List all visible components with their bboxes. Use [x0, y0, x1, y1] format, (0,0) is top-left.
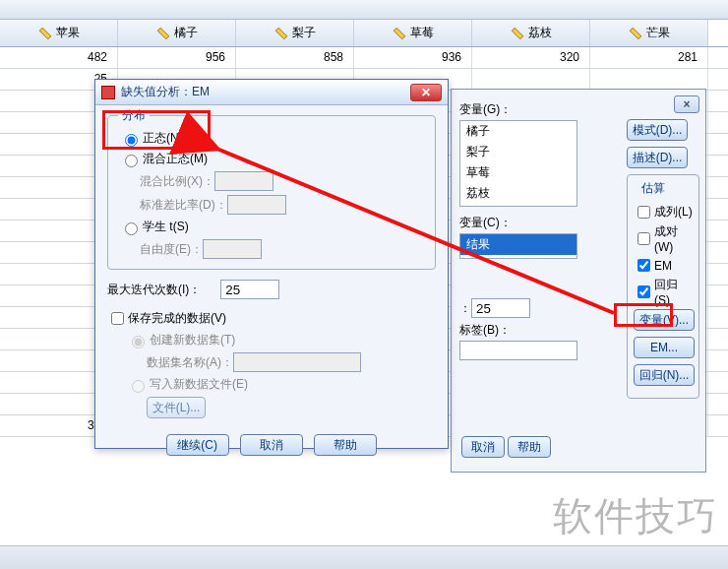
cell[interactable]: 858 — [236, 47, 354, 68]
num-input[interactable] — [471, 298, 530, 318]
missing-values-panel: × 变量(G)： 橘子梨子草莓荔枝芒果 模式(D)... 描述(D)... 估算… — [451, 89, 706, 473]
column-header[interactable]: 草莓 — [354, 20, 472, 46]
column-label: 荔枝 — [528, 25, 552, 41]
column-label: 苹果 — [56, 25, 80, 41]
help-button[interactable]: 帮助 — [314, 434, 377, 456]
svg-rect-1 — [157, 28, 168, 38]
std-ratio-input — [227, 195, 286, 215]
mixed-ratio-input — [214, 171, 273, 191]
panel-close-button[interactable]: × — [674, 95, 699, 113]
list-item[interactable]: 芒果 — [460, 204, 576, 207]
estimate-group-title: 估算 — [637, 180, 669, 197]
write-file-radio: 写入新数据文件(E) — [127, 376, 436, 393]
svg-rect-5 — [630, 28, 640, 38]
regression-button[interactable]: 回归(N)... — [634, 364, 695, 386]
pairwise-checkbox[interactable]: 成对(W) — [634, 223, 693, 254]
max-iter-input[interactable] — [220, 280, 279, 299]
variables-button[interactable]: 变量(V)... — [634, 309, 695, 331]
num-label: ： — [459, 300, 471, 317]
dialog-title: 缺失值分析：EM — [121, 84, 210, 100]
regression-checkbox[interactable]: 回归(S) — [634, 277, 693, 307]
list-item[interactable]: 梨子 — [460, 142, 576, 162]
mode-button[interactable]: 模式(D)... — [627, 119, 688, 141]
student-t-radio[interactable]: 学生 t(S) — [120, 219, 423, 235]
status-bar — [0, 545, 728, 569]
panel-help-button[interactable]: 帮助 — [508, 436, 551, 458]
dialog-icon — [101, 86, 115, 99]
tag-input[interactable] — [459, 341, 577, 360]
save-data-checkbox[interactable]: 保存完成的数据(V) — [107, 309, 436, 328]
list-item[interactable]: 橘子 — [460, 121, 576, 142]
scale-icon — [153, 24, 173, 43]
column-header[interactable]: 芒果 — [590, 20, 708, 46]
dataset-name-input — [233, 352, 361, 372]
variables-listbox[interactable]: 橘子梨子草莓荔枝芒果 — [459, 120, 577, 207]
column-label: 芒果 — [646, 25, 670, 41]
var-g-label: 变量(G)： — [459, 101, 698, 118]
column-headers: 苹果 橘子 梨子 草莓 荔枝 芒果 — [0, 20, 728, 47]
std-ratio-row: 标准差比率(D)： — [140, 195, 423, 215]
table-row: 482956858936320281 — [0, 47, 728, 69]
cell[interactable] — [472, 69, 590, 90]
distribution-group: 分布 正态(N) 混合正态(M) 混合比例(X)： 标准差比率(D)： 学生 t… — [107, 115, 436, 270]
selected-var-c[interactable]: 结果 — [460, 234, 576, 255]
cell[interactable]: 956 — [118, 47, 236, 68]
var-c-listbox[interactable]: 结果 — [459, 233, 577, 259]
column-header[interactable]: 苹果 — [0, 20, 118, 46]
describe-button[interactable]: 描述(D)... — [627, 147, 688, 168]
cancel-button[interactable]: 取消 — [240, 434, 303, 456]
dataset-name-row: 数据集名称(A)： — [147, 352, 436, 372]
cell[interactable]: 482 — [0, 47, 118, 68]
svg-rect-4 — [512, 28, 522, 38]
max-iter-label: 最大迭代次数(I)： — [107, 282, 201, 298]
scale-icon — [35, 24, 55, 43]
cell[interactable]: 936 — [354, 47, 472, 68]
column-header[interactable]: 荔枝 — [472, 20, 590, 46]
scale-icon — [390, 24, 409, 43]
cell[interactable]: 320 — [472, 47, 590, 68]
cell[interactable] — [590, 69, 708, 90]
create-dataset-radio: 创建新数据集(T) — [127, 332, 436, 348]
dof-row: 自由度(E)： — [140, 239, 423, 259]
column-label: 橘子 — [174, 25, 198, 41]
cell[interactable]: 281 — [590, 47, 708, 68]
close-icon[interactable]: ✕ — [410, 84, 442, 101]
svg-rect-0 — [39, 28, 50, 38]
mixed-ratio-row: 混合比例(X)： — [140, 171, 423, 191]
listwise-checkbox[interactable]: 成列(L) — [634, 203, 693, 221]
distribution-legend: 分布 — [118, 107, 150, 124]
list-item[interactable]: 荔枝 — [460, 183, 576, 204]
em-checkbox[interactable]: EM — [634, 256, 693, 275]
dialog-titlebar[interactable]: 缺失值分析：EM ✕ — [95, 80, 448, 105]
column-header[interactable]: 橘子 — [118, 20, 236, 46]
scale-icon — [508, 24, 527, 43]
em-button[interactable]: EM... — [634, 337, 695, 358]
column-label: 梨子 — [292, 25, 316, 41]
scale-icon — [272, 24, 291, 43]
column-label: 草莓 — [410, 25, 434, 41]
mixed-normal-radio[interactable]: 混合正态(M) — [120, 151, 423, 167]
dof-input — [203, 239, 262, 259]
app-toolbar — [0, 0, 728, 20]
continue-button[interactable]: 继续(C) — [166, 434, 229, 456]
scale-icon — [626, 24, 645, 43]
normal-radio[interactable]: 正态(N) — [120, 130, 423, 147]
file-button: 文件(L)... — [147, 397, 206, 418]
watermark: 软件技巧 — [553, 489, 718, 543]
list-item[interactable]: 草莓 — [460, 162, 576, 183]
panel-cancel-button[interactable]: 取消 — [461, 436, 505, 458]
svg-rect-2 — [275, 28, 286, 38]
em-dialog: 缺失值分析：EM ✕ 分布 正态(N) 混合正态(M) 混合比例(X)： 标准差… — [94, 79, 449, 449]
column-header[interactable]: 梨子 — [236, 20, 354, 46]
svg-rect-3 — [394, 28, 404, 38]
